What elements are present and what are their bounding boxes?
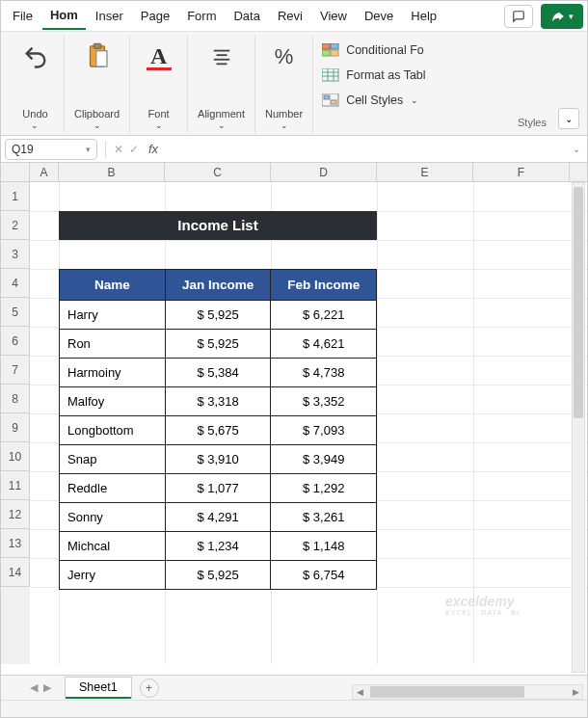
enter-formula-icon[interactable]: ✓	[129, 143, 139, 156]
header-name: Name	[60, 270, 166, 301]
table-row[interactable]: Reddle$ 1,077$ 1,292	[60, 474, 377, 503]
column-headers: A B C D E F	[1, 163, 587, 182]
chevron-left-icon[interactable]: ◀	[353, 687, 366, 697]
horizontal-scrollbar[interactable]: ◀ ▶	[352, 684, 583, 700]
col-header-e[interactable]: E	[377, 163, 473, 181]
table-row[interactable]: Sonny$ 4,291$ 3,261	[60, 503, 377, 532]
row-header[interactable]: 3	[1, 240, 30, 269]
svg-rect-7	[322, 43, 330, 49]
table-row[interactable]: Harry$ 5,925$ 6,221	[60, 301, 377, 330]
col-header-f[interactable]: F	[473, 163, 570, 181]
row-header[interactable]: 1	[1, 182, 30, 211]
cells-area[interactable]: Income List Name Jan Income Feb Income H…	[30, 182, 587, 664]
share-icon	[551, 10, 565, 23]
ribbon: Undo⌄ Clipboard⌄ A Font⌄ Alignment⌄ % Nu…	[1, 32, 587, 136]
share-button[interactable]: ▾	[541, 4, 583, 29]
ribbon-group-styles: Conditional Fo Format as Tabl Cell Style…	[313, 36, 581, 133]
table-row[interactable]: Harmoiny$ 5,384$ 4,738	[60, 359, 377, 387]
table-row[interactable]: Longbottom$ 5,675$ 7,093	[60, 416, 377, 445]
table-row[interactable]: Malfoy$ 3,318$ 3,352	[60, 387, 377, 416]
undo-icon[interactable]	[22, 38, 49, 76]
paste-icon[interactable]	[83, 38, 112, 76]
svg-rect-8	[331, 43, 338, 49]
svg-rect-10	[331, 50, 338, 56]
row-header[interactable]: 14	[1, 558, 30, 587]
vertical-scrollbar[interactable]	[572, 182, 585, 673]
number-label: Number⌄	[265, 108, 303, 131]
row-header[interactable]: 9	[1, 413, 30, 442]
formula-expand-button[interactable]: ⌄	[566, 144, 587, 154]
chevron-down-icon: ▾	[569, 12, 574, 21]
watermark: exceldemy EXCEL · DATA · BI	[445, 594, 520, 616]
row-header[interactable]: 7	[1, 356, 30, 385]
comment-icon	[512, 10, 525, 23]
col-header-d[interactable]: D	[271, 163, 377, 181]
spreadsheet-grid: A B C D E F 1 2 3 4 5 6 7 8 9 10 11 12 1…	[1, 163, 587, 664]
add-sheet-button[interactable]: +	[140, 678, 159, 698]
ribbon-group-clipboard: Clipboard⌄	[65, 36, 130, 133]
tab-home[interactable]: Hom	[42, 2, 86, 30]
svg-rect-18	[331, 100, 336, 104]
formula-bar: Q19 ▾ ✕ ✓ fx ⌄	[1, 136, 587, 163]
tab-review[interactable]: Revi	[270, 3, 310, 29]
clipboard-label: Clipboard⌄	[74, 108, 120, 131]
chevron-right-icon[interactable]: ▶	[569, 687, 582, 697]
select-all-corner[interactable]	[1, 163, 30, 181]
chevron-right-icon[interactable]: ▶	[43, 681, 51, 694]
formula-input[interactable]	[164, 139, 566, 160]
tab-data[interactable]: Data	[226, 3, 267, 29]
font-label: Font⌄	[148, 108, 170, 131]
cancel-formula-icon[interactable]: ✕	[114, 143, 123, 156]
sheet-nav[interactable]: ◀▶	[30, 681, 51, 694]
tab-insert[interactable]: Inser	[88, 3, 131, 29]
row-header[interactable]: 6	[1, 327, 30, 356]
col-header-c[interactable]: C	[165, 163, 271, 181]
row-header[interactable]: 2	[1, 211, 30, 240]
header-jan: Jan Income	[165, 270, 271, 301]
tab-developer[interactable]: Deve	[357, 3, 401, 29]
number-icon[interactable]: %	[275, 38, 294, 76]
row-header[interactable]: 5	[1, 298, 30, 327]
alignment-icon[interactable]	[209, 38, 234, 76]
format-table-icon	[321, 67, 340, 83]
row-header[interactable]: 12	[1, 500, 30, 529]
col-header-b[interactable]: B	[59, 163, 165, 181]
fx-label[interactable]: fx	[148, 142, 158, 156]
tab-page[interactable]: Page	[133, 3, 177, 29]
row-header[interactable]: 11	[1, 471, 30, 500]
cell-styles-button[interactable]: Cell Styles⌄	[321, 90, 574, 111]
col-header-a[interactable]: A	[30, 163, 59, 181]
tab-formulas[interactable]: Form	[179, 3, 224, 29]
conditional-formatting-icon	[321, 42, 340, 58]
row-header[interactable]: 13	[1, 529, 30, 558]
font-icon[interactable]: A	[147, 38, 172, 76]
name-box[interactable]: Q19 ▾	[5, 139, 97, 160]
svg-rect-2	[95, 51, 106, 66]
ribbon-group-alignment: Alignment⌄	[188, 36, 255, 133]
table-row[interactable]: Snap$ 3,910$ 3,949	[60, 445, 377, 474]
row-header[interactable]: 4	[1, 269, 30, 298]
chevron-left-icon[interactable]: ◀	[30, 681, 38, 694]
cell-styles-icon	[321, 93, 340, 108]
row-header[interactable]: 8	[1, 385, 30, 413]
table-row[interactable]: Michcal$ 1,234$ 1,148	[60, 532, 377, 561]
scroll-thumb[interactable]	[574, 187, 583, 418]
sheet-tab-sheet1[interactable]: Sheet1	[65, 677, 132, 699]
comments-button[interactable]	[504, 5, 533, 28]
ribbon-group-undo: Undo⌄	[7, 36, 65, 133]
format-as-table-button[interactable]: Format as Tabl	[321, 65, 574, 86]
ribbon-expand-button[interactable]: ⌄	[558, 108, 579, 129]
table-row[interactable]: Ron$ 5,925$ 4,621	[60, 330, 377, 359]
table-row[interactable]: Jerry$ 5,925$ 6,754	[60, 561, 377, 590]
header-feb: Feb Income	[271, 270, 377, 301]
svg-rect-1	[94, 43, 101, 48]
tab-file[interactable]: File	[5, 3, 40, 29]
tab-help[interactable]: Help	[403, 3, 444, 29]
chevron-down-icon: ▾	[86, 145, 91, 154]
conditional-formatting-button[interactable]: Conditional Fo	[321, 40, 574, 61]
menu-bar: File Hom Inser Page Form Data Revi View …	[1, 1, 587, 32]
status-bar	[1, 700, 587, 717]
tab-view[interactable]: View	[312, 3, 355, 29]
scroll-thumb[interactable]	[370, 686, 524, 698]
row-header[interactable]: 10	[1, 442, 30, 471]
